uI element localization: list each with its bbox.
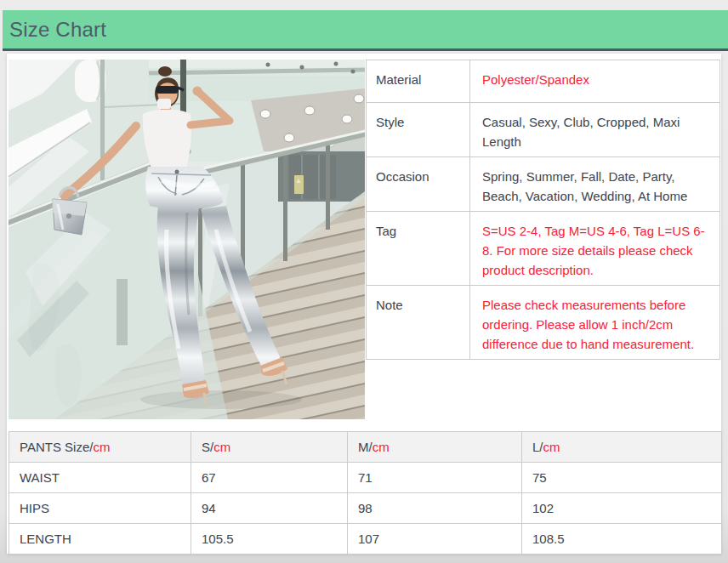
details-row-style: Style Casual, Sexy, Club, Cropped, Maxi … (367, 103, 720, 157)
size-row-hips: HIPS 94 98 102 (9, 493, 722, 524)
size-table-header-row: PANTS Size/cm S/cm M/cm L/cm (9, 432, 722, 463)
measurement-value: 71 (348, 463, 522, 493)
size-table-header: L/cm (522, 432, 722, 463)
details-label: Occasion (367, 157, 470, 212)
size-row-length: LENGTH 105.5 107 108.5 (9, 524, 722, 554)
header-unit: cm (373, 440, 390, 454)
details-label: Note (367, 286, 470, 360)
details-row-tag: Tag S=US 2-4, Tag M=US 4-6, Tag L=US 6-8… (367, 212, 720, 286)
size-table-header: PANTS Size/cm (9, 432, 191, 463)
measurement-value: 102 (522, 493, 722, 524)
details-value: S=US 2-4, Tag M=US 4-6, Tag L=US 6-8. Fo… (470, 212, 720, 286)
page-title: Size Chart (3, 10, 728, 42)
measurement-value: 75 (522, 463, 722, 493)
details-row-note: Note Please check measurements before or… (367, 286, 720, 360)
product-photo (9, 60, 365, 419)
details-row-occasion: Occasion Spring, Summer, Fall, Date, Par… (367, 157, 720, 212)
details-value: Casual, Sexy, Club, Cropped, Maxi Length (470, 103, 720, 157)
product-details-table: Material Polyester/Spandex Style Casual,… (366, 60, 720, 360)
header-main: PANTS Size/ (20, 440, 93, 454)
details-label: Tag (367, 212, 470, 286)
details-row-material: Material Polyester/Spandex (367, 60, 720, 103)
measurement-value: 108.5 (522, 524, 722, 554)
details-label: Style (367, 103, 470, 157)
measurement-value: 107 (348, 524, 522, 554)
measurement-label: HIPS (9, 493, 191, 524)
size-table-header: S/cm (191, 432, 348, 463)
page-header: Size Chart (3, 10, 728, 51)
measurement-value: 94 (191, 493, 348, 524)
size-table: PANTS Size/cm S/cm M/cm L/cm WAIST 67 71… (9, 431, 722, 554)
details-value: Polyester/Spandex (470, 60, 720, 103)
header-unit: cm (543, 440, 560, 454)
size-table-header: M/cm (348, 432, 522, 463)
measurement-label: WAIST (9, 463, 191, 493)
size-chart-page: Size Chart (0, 0, 728, 563)
staircase-photo-illustration (9, 60, 365, 419)
measurement-label: LENGTH (9, 524, 191, 554)
details-value: Please check measurements before orderin… (470, 286, 720, 360)
measurement-value: 98 (348, 493, 522, 524)
size-row-waist: WAIST 67 71 75 (9, 463, 722, 493)
measurement-value: 67 (191, 463, 348, 493)
details-value: Spring, Summer, Fall, Date, Party, Beach… (470, 157, 720, 212)
measurement-value: 105.5 (191, 524, 348, 554)
header-main: S/ (202, 440, 213, 454)
header-unit: cm (213, 440, 230, 454)
details-label: Material (367, 60, 470, 103)
header-main: M/ (358, 440, 373, 454)
header-unit: cm (93, 440, 110, 454)
header-main: L/ (532, 440, 543, 454)
